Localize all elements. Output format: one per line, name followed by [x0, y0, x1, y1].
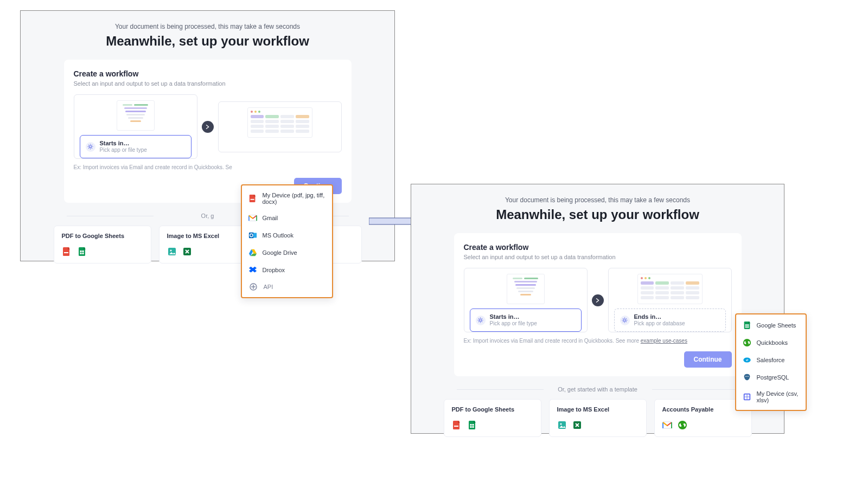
- template-title: Image to MS Excel: [167, 233, 248, 239]
- workflow-card: Create a workflow Select an input and ou…: [64, 60, 352, 203]
- starts-in-label: Starts in…: [100, 140, 147, 147]
- option-label: My Device (pdf, jpg, tiff, docx): [263, 192, 326, 205]
- input-option-dropbox[interactable]: Dropbox: [242, 261, 332, 279]
- option-label: Gmail: [263, 215, 278, 221]
- ends-in-sub: Pick app or database: [634, 320, 685, 327]
- ends-in-label: Ends in…: [634, 313, 685, 320]
- output-option-gsheets[interactable]: Google Sheets: [736, 317, 806, 334]
- image-icon: [167, 247, 177, 256]
- output-option-salesforce[interactable]: Salesforce: [736, 351, 806, 369]
- arrow-icon: [202, 121, 214, 133]
- quickbooks-icon: [743, 338, 751, 347]
- starts-in-selector[interactable]: Starts in… Pick app or file type: [80, 135, 192, 158]
- postgres-icon: [743, 373, 751, 382]
- headline: Meanwhile, set up your workflow: [21, 34, 394, 49]
- example-text: Ex: Import invoices via Email and create…: [464, 338, 732, 344]
- state-before-panel: Your document is being processed, this m…: [20, 10, 395, 261]
- template-title: Image to MS Excel: [557, 406, 639, 413]
- starts-in-label: Starts in…: [490, 313, 537, 320]
- excel-icon: [572, 420, 582, 430]
- output-destination-menu: Google Sheets Quickbooks Salesforce Post…: [735, 313, 807, 411]
- gear-icon: [476, 316, 486, 325]
- gear-icon: [620, 316, 630, 325]
- io-row: Starts in… Pick app or file type: [74, 94, 342, 159]
- state-after-panel: Your document is being processed, this m…: [411, 184, 784, 434]
- image-icon: [557, 420, 567, 430]
- dropbox-icon: [248, 266, 257, 274]
- input-source-menu: My Device (pdf, jpg, tiff, docx) Gmail M…: [241, 184, 333, 298]
- headline: Meanwhile, set up your workflow: [411, 207, 784, 222]
- starts-in-selector[interactable]: Starts in… Pick app or file type: [470, 309, 582, 332]
- ends-in-selector[interactable]: Ends in… Pick app or database: [614, 309, 726, 332]
- workflow-card: Create a workflow Select an input and ou…: [454, 233, 742, 376]
- card-title: Create a workflow: [74, 69, 342, 78]
- input-option-outlook[interactable]: MS Outlook: [242, 227, 332, 244]
- gmail-icon: [662, 420, 672, 430]
- option-label: My Device (csv, xlsv): [757, 390, 799, 403]
- or-divider: Or, g: [21, 213, 394, 219]
- example-text: Ex: Import invoices via Email and create…: [74, 164, 342, 170]
- option-label: PostgreSQL: [757, 374, 789, 381]
- processing-text: Your document is being processed, this m…: [21, 23, 394, 30]
- example-more: See more: [616, 338, 639, 344]
- pdf-icon: [452, 420, 462, 430]
- input-option-gdrive[interactable]: Google Drive: [242, 244, 332, 261]
- gsheets-icon: [77, 247, 87, 256]
- starts-in-sub: Pick app or file type: [490, 320, 537, 327]
- gsheets-icon: [467, 420, 477, 430]
- quickbooks-icon: [678, 420, 687, 430]
- card-subtitle: Select an input and output to set up a d…: [464, 254, 732, 260]
- option-label: Quickbooks: [757, 339, 788, 346]
- output-mock-icon: [247, 107, 312, 138]
- example-prefix: Ex: Import invoices via Email and create…: [464, 338, 616, 344]
- option-label: Google Sheets: [757, 322, 796, 329]
- output-box: [218, 101, 342, 152]
- templates-row: PDF to Google Sheets Image to MS Excel A…: [21, 226, 394, 273]
- template-pdf-to-sheets[interactable]: PDF to Google Sheets: [54, 226, 151, 264]
- csv-icon: [743, 393, 751, 401]
- option-label: Dropbox: [263, 267, 285, 273]
- example-link[interactable]: example use-cases: [641, 338, 687, 344]
- template-title: Accounts Payable: [662, 406, 744, 413]
- io-row: Starts in… Pick app or file type: [464, 268, 732, 332]
- arrow-icon: [592, 294, 604, 306]
- option-label: Google Drive: [263, 249, 297, 256]
- input-option-my-device[interactable]: My Device (pdf, jpg, tiff, docx): [242, 188, 332, 209]
- template-image-to-excel[interactable]: Image to MS Excel: [549, 399, 647, 437]
- output-option-my-device[interactable]: My Device (csv, xlsv): [736, 386, 806, 408]
- gdrive-icon: [248, 248, 257, 257]
- input-mock-icon: [507, 274, 545, 304]
- template-title: PDF to Google Sheets: [62, 233, 143, 239]
- excel-icon: [182, 247, 192, 256]
- option-label: API: [264, 284, 273, 290]
- pdf-icon: [62, 247, 72, 256]
- input-box: Starts in… Pick app or file type: [464, 268, 588, 332]
- templates-row: PDF to Google Sheets Image to MS Excel A…: [411, 399, 784, 447]
- input-mock-icon: [117, 100, 155, 131]
- input-box: Starts in… Pick app or file type: [74, 94, 197, 159]
- gear-icon: [86, 142, 95, 152]
- card-subtitle: Select an input and output to set up a d…: [74, 80, 342, 87]
- gsheets-icon: [743, 321, 751, 330]
- pdf-icon: [248, 194, 257, 203]
- output-mock-icon: [637, 274, 703, 304]
- card-title: Create a workflow: [464, 243, 732, 252]
- template-title: PDF to Google Sheets: [452, 406, 533, 413]
- starts-in-sub: Pick app or file type: [100, 147, 147, 153]
- output-box: Ends in… Pick app or database: [608, 268, 732, 332]
- outlook-icon: [248, 231, 257, 240]
- api-icon: [248, 282, 258, 292]
- salesforce-icon: [743, 356, 751, 364]
- option-label: Salesforce: [757, 357, 785, 363]
- processing-text: Your document is being processed, this m…: [411, 196, 784, 204]
- svg-rect-20: [369, 218, 411, 224]
- continue-button[interactable]: Continue: [684, 351, 732, 368]
- input-option-api[interactable]: API: [242, 279, 332, 295]
- output-option-quickbooks[interactable]: Quickbooks: [736, 334, 806, 351]
- or-divider: Or, get started with a template: [411, 386, 784, 393]
- output-option-postgres[interactable]: PostgreSQL: [736, 369, 806, 386]
- option-label: MS Outlook: [263, 232, 293, 239]
- gmail-icon: [248, 214, 257, 222]
- input-option-gmail[interactable]: Gmail: [242, 209, 332, 227]
- template-pdf-to-sheets[interactable]: PDF to Google Sheets: [444, 399, 541, 437]
